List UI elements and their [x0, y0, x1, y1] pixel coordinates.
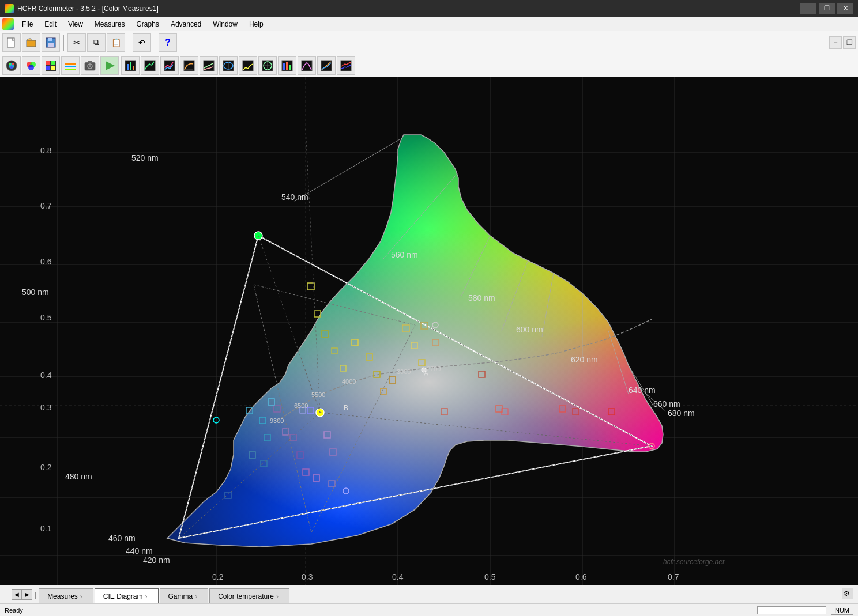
copy-button[interactable]: ⧉: [87, 33, 106, 52]
svg-rect-3: [48, 38, 52, 41]
svg-text:420 nm: 420 nm: [143, 555, 170, 565]
graph-view-5[interactable]: [200, 56, 218, 75]
statusbar: Ready NUM: [0, 603, 858, 616]
svg-text:620 nm: 620 nm: [571, 355, 598, 364]
cut-button[interactable]: ✂: [67, 33, 86, 52]
app-icon: [5, 4, 14, 13]
svg-rect-14: [46, 61, 50, 65]
graph-view-8[interactable]: [258, 56, 277, 75]
toolbar-separator-2: [129, 35, 129, 51]
svg-rect-15: [51, 61, 55, 65]
main-content: Reference: [0, 77, 858, 585]
help-button[interactable]: ?: [159, 33, 177, 52]
graph-view-9[interactable]: [278, 56, 296, 75]
graph-view-6[interactable]: [219, 56, 238, 75]
menu-file[interactable]: File: [16, 17, 39, 31]
svg-rect-20: [65, 69, 76, 70]
open-button[interactable]: [22, 33, 40, 52]
menu-window[interactable]: Window: [207, 17, 243, 31]
undo-button[interactable]: ↶: [133, 33, 151, 52]
svg-text:5500: 5500: [311, 391, 325, 398]
measure-set-button[interactable]: [61, 56, 80, 75]
svg-text:540 nm: 540 nm: [281, 192, 308, 202]
status-right: NUM: [757, 606, 853, 615]
close-button[interactable]: ✕: [837, 3, 853, 14]
cie-diagram: Reference: [0, 77, 858, 585]
svg-rect-44: [283, 63, 285, 70]
svg-rect-32: [184, 61, 194, 71]
svg-text:480 nm: 480 nm: [65, 472, 92, 481]
svg-text:3000: 3000: [397, 368, 411, 375]
window-controls: − ❐ ✕: [800, 3, 853, 14]
graph-view-7[interactable]: [239, 56, 257, 75]
graph-view-1[interactable]: [121, 56, 140, 75]
graph-view-11[interactable]: [317, 56, 336, 75]
toolbar-separator-3: [155, 35, 155, 51]
capture-button[interactable]: [81, 56, 99, 75]
restore-button[interactable]: ❐: [819, 3, 835, 14]
measure-pattern-button[interactable]: [42, 56, 60, 75]
svg-text:0.7: 0.7: [40, 201, 52, 210]
svg-text:440 nm: 440 nm: [126, 546, 153, 555]
svg-text:0.4: 0.4: [40, 371, 52, 380]
svg-point-7: [12, 63, 14, 65]
svg-point-9: [10, 66, 13, 69]
svg-rect-28: [130, 62, 131, 70]
inner-minimize-button[interactable]: −: [829, 36, 842, 49]
menu-help[interactable]: Help: [243, 17, 269, 31]
measure-color-button[interactable]: [2, 56, 21, 75]
svg-rect-16: [46, 66, 50, 70]
tabbar: ◀ ▶ | Measures › CIE Diagram › Gamma › C…: [0, 585, 858, 603]
tab-scroll-right[interactable]: ▶: [22, 589, 32, 600]
graph-view-4[interactable]: [180, 56, 198, 75]
tab-color-temperature[interactable]: Color temperature ›: [209, 588, 289, 603]
minimize-button[interactable]: −: [800, 3, 816, 14]
svg-rect-19: [65, 66, 76, 67]
inner-restore-button[interactable]: ❐: [843, 36, 856, 49]
menu-measures[interactable]: Measures: [89, 17, 131, 31]
menu-edit[interactable]: Edit: [39, 17, 62, 31]
svg-text:0.5: 0.5: [40, 313, 52, 322]
menu-view[interactable]: View: [62, 17, 89, 31]
svg-text:680 nm: 680 nm: [668, 409, 695, 418]
svg-text:500 nm: 500 nm: [22, 288, 49, 297]
svg-text:0.4: 0.4: [392, 572, 404, 581]
app-logo: [2, 18, 14, 30]
svg-point-12: [28, 65, 34, 70]
svg-rect-1: [27, 40, 36, 47]
svg-rect-29: [133, 66, 134, 70]
start-button[interactable]: [100, 56, 119, 75]
secondary-toolbar: [0, 54, 858, 77]
progress-bar: [757, 606, 826, 614]
measure-rgb-button[interactable]: [22, 56, 40, 75]
svg-text:⚙: ⚙: [844, 589, 850, 598]
toolbar-separator-1: [63, 35, 64, 51]
new-button[interactable]: [2, 33, 21, 52]
graph-view-10[interactable]: [298, 56, 316, 75]
tab-gamma[interactable]: Gamma ›: [160, 588, 209, 603]
graph-view-2[interactable]: [141, 56, 159, 75]
tab-measures[interactable]: Measures ›: [39, 588, 93, 603]
svg-point-177: [422, 368, 426, 372]
svg-text:0.2: 0.2: [40, 463, 52, 472]
svg-text:0.8: 0.8: [40, 146, 52, 155]
graph-view-3[interactable]: [160, 56, 179, 75]
svg-text:9300: 9300: [270, 417, 284, 424]
tab-scroll-left[interactable]: ◀: [12, 589, 22, 600]
main-toolbar: ✂ ⧉ 📋 ↶ ? − ❐: [0, 31, 858, 54]
svg-rect-24: [88, 61, 92, 63]
svg-rect-45: [286, 62, 288, 70]
tab-cie-diagram[interactable]: CIE Diagram ›: [95, 588, 159, 603]
titlebar: HCFR Colorimeter - 3.5.2 - [Color Measur…: [0, 0, 858, 17]
graph-view-12[interactable]: [337, 56, 355, 75]
paste-button[interactable]: 📋: [107, 33, 125, 52]
menu-advanced[interactable]: Advanced: [165, 17, 207, 31]
svg-text:2700: 2700: [427, 365, 441, 372]
menu-graphs[interactable]: Graphs: [131, 17, 165, 31]
svg-rect-4: [48, 43, 54, 47]
svg-text:0.3: 0.3: [302, 572, 313, 581]
num-indicator: NUM: [831, 606, 853, 615]
tab-settings-icon: ⚙: [842, 588, 853, 599]
save-button[interactable]: [42, 33, 60, 52]
menubar: File Edit View Measures Graphs Advanced …: [0, 17, 858, 31]
